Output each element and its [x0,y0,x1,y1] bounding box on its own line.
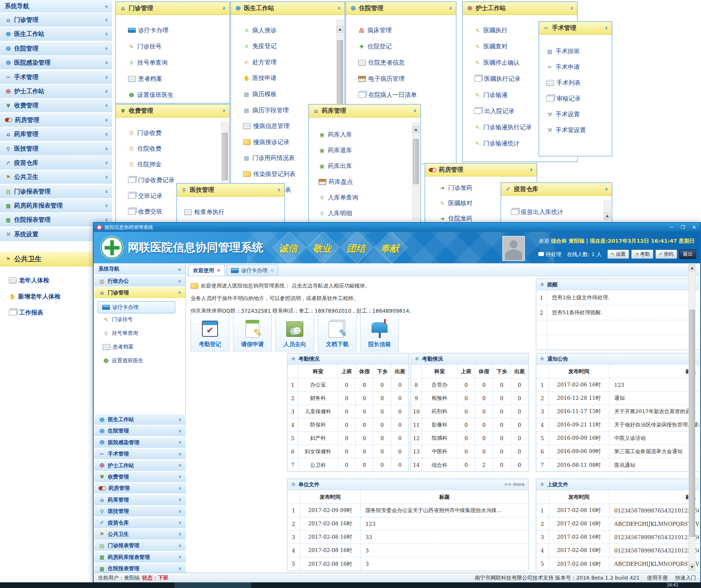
menu-item[interactable]: 慢病信息管理 [243,122,290,130]
doc-title[interactable]: ABCDEFGHIJKLMNOPQRSTUVWXYZ123456 [609,557,699,571]
menu-item[interactable]: ▤门诊用药情况表 [243,154,295,162]
chevron-up-icon[interactable]: « [222,108,226,114]
doc-title[interactable]: 第三届工会换届选举大会通知 [609,445,699,458]
sidebar-item[interactable]: ⚲医技管理» [0,142,112,155]
chevron-down-icon[interactable]: » [178,497,182,503]
sidebar-item[interactable]: ¥收费管理» [0,99,112,112]
menu-item[interactable]: 在院病人一日清单 [358,91,417,99]
menu-item[interactable]: ▣药库退库 [319,146,352,154]
collapse-left-icon[interactable]: « [178,266,181,272]
chevron-down-icon[interactable]: » [178,485,182,491]
doc-title[interactable]: 3 [360,557,528,571]
nav-item[interactable]: ✐疫苗仓库» [94,518,186,528]
taskbar[interactable]: 16:41 [0,582,701,588]
nav-item[interactable]: ☻住院管理» [94,426,186,436]
chevron-down-icon[interactable]: » [178,417,182,423]
chevron-down-icon[interactable]: » [105,88,108,94]
nav-item[interactable]: ☻护士工作站» [94,460,186,471]
chevron-down-icon[interactable]: » [178,428,182,434]
minimize-button[interactable]: ─ [669,225,674,230]
menu-item[interactable]: ▣药库入库 [319,130,352,139]
menu-item[interactable]: ⚲入库明细 [319,209,352,217]
maximize-button[interactable]: ❐ [680,225,686,230]
menu-item[interactable]: ✎医嘱停止确认 [474,59,520,67]
menu-item[interactable]: 疫苗出入库统计 [511,208,563,216]
doc-title[interactable]: ABCDEFGHIJKLMNOPQRSTUVWXYZ123456 [609,517,699,530]
doc-title[interactable]: 123 [609,378,699,391]
doc-title[interactable]: 01234567899876543210123456789 [609,504,699,517]
doc-title[interactable]: 01234567899876543210123456789 [609,544,699,557]
menu-item[interactable]: 审核记录 [546,94,581,103]
menu-item[interactable]: ➜住院发药 [439,214,472,223]
sidebar-item[interactable]: ☻护士工作站» [0,85,112,98]
collapse-left-icon[interactable]: « [105,3,108,9]
sidebar-item[interactable]: ▦药房药库报表管理» [0,199,112,212]
scroll-up-icon[interactable]: ▲ [689,265,695,271]
menu-item[interactable]: ▤病历字段管理 [243,106,289,114]
menu-item[interactable]: 电子病历管理 [358,75,405,83]
menu-item[interactable]: ⚛病人接诊 [243,26,277,34]
menu-item[interactable]: 手术列表 [546,79,581,87]
menu-item[interactable]: ✎门诊输液执行记录 [474,123,532,131]
doc-title[interactable]: 关于做好自治区传染病报告管理质量调查迎检工作的通知 [609,418,699,431]
float-panel-header[interactable]: ⌂药库管理« [309,105,420,118]
sidebar-item[interactable]: ✐疫苗仓库» [0,156,112,170]
chevron-up-icon[interactable]: « [570,5,573,11]
chevron-up-icon[interactable]: « [530,167,533,173]
header-button[interactable]: ✎设置 [607,250,629,259]
chevron-up-icon[interactable]: « [338,5,341,11]
chevron-up-icon[interactable]: « [605,186,608,192]
float-panel-header[interactable]: ✂手术管理« [539,22,612,35]
nav-item[interactable]: ⌂药库管理» [94,495,186,505]
chevron-down-icon[interactable]: » [178,531,182,537]
menu-item[interactable]: 患者档案 [128,75,162,83]
menu-item[interactable]: ✋医技申请 [243,74,277,82]
menu-item[interactable]: ⚲入库单查询 [319,193,358,202]
menu-item[interactable]: ▣药库出库 [319,162,352,170]
sidebar-item[interactable]: ✂手术管理» [0,71,112,84]
menu-item[interactable]: ✎门诊输液 [474,91,508,99]
chevron-down-icon[interactable]: » [178,543,182,549]
menu-item[interactable]: 药库盘点 [319,178,353,186]
nav-subitem[interactable]: 患者档案 [103,343,134,351]
chevron-down-icon[interactable]: » [105,131,108,137]
menu-item[interactable]: ▤病历模板 [243,90,277,98]
float-panel-header[interactable]: ☻医生工作站« [231,2,344,15]
menu-item[interactable]: ✍处方管理 [243,58,277,66]
nav-item[interactable]: 药房管理» [94,483,186,494]
nav-item[interactable]: ▤门诊报表管理» [94,540,186,551]
chevron-down-icon[interactable]: » [105,203,108,209]
menu-item[interactable]: ✎医嘱执行 [474,26,508,34]
nav-item[interactable]: ☻医生工作站» [94,414,186,425]
chevron-down-icon[interactable]: » [178,554,182,560]
float-panel-header[interactable]: ☻住院管理« [346,2,456,15]
nav-subitem[interactable]: ✎门诊挂号 [103,316,133,323]
chevron-down-icon[interactable]: » [178,474,182,480]
scroll-thumb[interactable] [689,310,695,537]
doc-title[interactable]: 通知 [609,392,699,405]
header-button[interactable]: ◔考勤 [631,250,653,259]
nav-item[interactable]: ▦药房药库报表管理» [94,552,186,563]
content-scrollbar[interactable]: ▲▼ [688,264,695,571]
float-panel-header[interactable]: ⚲医技管理« [177,184,284,197]
scroll-thumb[interactable] [222,133,228,180]
menu-item[interactable]: 医嘱执行记录 [474,75,521,83]
menu-item[interactable]: 出入院记录 [474,107,514,115]
chevron-down-icon[interactable]: » [178,520,182,526]
float-panel-header[interactable]: ✐疫苗仓库« [501,183,612,196]
menu-item[interactable]: ☰门诊收费 [128,129,162,137]
menu-item[interactable]: ☰住院押金 [128,160,162,168]
menu-item[interactable]: ⚛免疫登记 [243,42,277,50]
menu-item[interactable]: 诊疗卡办理 [128,26,168,34]
scroll-down-icon[interactable]: ▼ [689,564,695,571]
quickstart-link[interactable]: 快速入门 [675,574,696,582]
scroll-up-icon[interactable]: ▲ [337,26,343,33]
nav-subitem-selected[interactable]: 诊疗卡办理 [98,301,175,313]
sidebar-item[interactable]: ☻住院管理» [0,42,112,55]
menu-item[interactable]: ✎门诊挂号 [128,42,162,50]
doc-title[interactable]: 01234567899876543210123456789 [609,531,699,544]
tab-close-icon[interactable]: × [217,268,220,273]
float-panel-header[interactable]: ¥收费管理« [116,105,229,118]
chevron-down-icon[interactable]: » [105,189,108,195]
director-mailbox-button[interactable]: 院长信箱 [360,313,399,351]
